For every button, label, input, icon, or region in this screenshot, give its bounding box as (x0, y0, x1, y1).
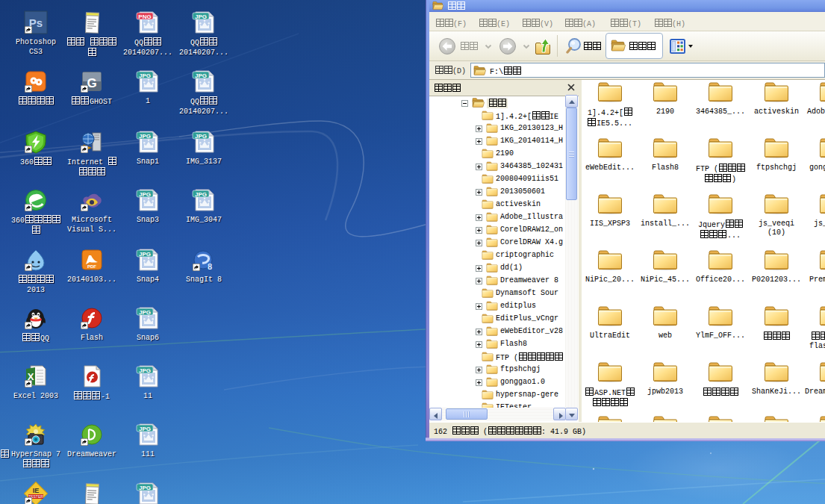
svg-text:JPG: JPG (195, 13, 207, 20)
svg-text:JPG: JPG (139, 72, 151, 79)
svg-text:PNG: PNG (138, 13, 151, 20)
svg-text:JPG: JPG (139, 191, 151, 198)
svg-text:8: 8 (208, 262, 212, 271)
svg-text:JPG: JPG (195, 191, 207, 198)
svg-text:JPG: JPG (139, 485, 151, 491)
svg-text:G: G (87, 76, 96, 90)
svg-text:JPG: JPG (139, 367, 151, 374)
svg-text:JPG: JPG (139, 251, 151, 258)
svg-text:JPG: JPG (139, 133, 151, 140)
svg-text:JPG: JPG (139, 309, 151, 316)
svg-text:PDF: PDF (87, 264, 96, 269)
svg-text:IE: IE (33, 487, 40, 494)
svg-text:JPG: JPG (195, 72, 207, 79)
svg-text:JPG: JPG (139, 426, 151, 432)
svg-text:JPG: JPG (195, 133, 207, 140)
